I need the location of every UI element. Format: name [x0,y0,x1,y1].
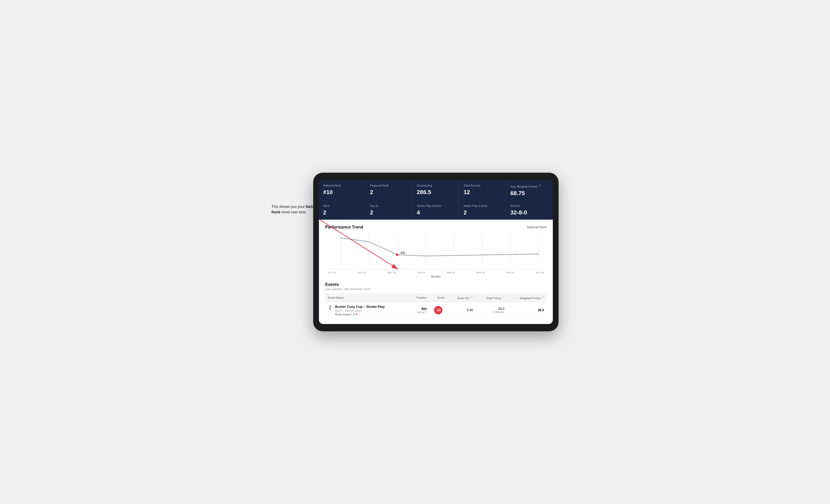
outer-container: This shows you your National Rank trend … [272,173,558,331]
chart-title: Performance Trend [325,225,363,230]
svg-text:#10: #10 [401,251,405,255]
tablet-screen: National Rank #10 Regional Rank 2 Scorin… [319,180,553,324]
events-title: Events [325,282,547,287]
performance-chart: #10 [325,233,547,269]
stat-avg-weighted-points: Avg. Weighted Points ⓘ 68.75 [506,180,553,200]
tablet-frame: National Rank #10 Regional Rank 2 Scorin… [313,173,558,331]
svg-point-10 [396,254,398,256]
chart-label: National Rank [527,225,547,229]
col-event-sg: Event SG ⓘ [447,293,476,302]
stat-stroke-play-events: Stroke Play Events 4 [413,200,459,220]
stat-scoring-avg: Scoring Avg. 286.5 [413,180,459,200]
stats-row-2: Wins 2 Top 3s 2 Stroke Play Events 4 Mat… [319,200,553,220]
event-type-icon: 🏌️ [328,305,333,310]
stat-regional-rank: Regional Rank 2 [366,180,412,200]
chart-svg: #10 [325,233,547,269]
events-section: Events Last updated: 24th November 2023 … [319,282,553,324]
event-sg: 0.45 [447,302,476,318]
chart-title-row: Performance Trend National Rank [325,225,547,230]
stat-record: Record 32-8-0 [506,200,553,220]
event-position: 6th out of 7 [409,302,429,318]
stats-row-1: National Rank #10 Regional Rank 2 Scorin… [319,180,553,200]
col-weighted-points: Weighted Points ⓘ [507,293,547,302]
chart-axis-labels: OCT 23 NOV 23 DEC 23 JAN 24 FEB 24 MAR 2… [325,270,547,274]
chart-x-title: Months [325,275,547,278]
stat-match-play-events: Match Play Events 2 [459,200,506,220]
annotation-text: This shows you your National Rank trend … [272,204,324,215]
events-table: Event Name Position Score Event SG ⓘ Tot… [325,293,547,319]
event-date: Oct 9 – Oct 10, 2023 [335,309,385,312]
event-name: Buster Cozy Cup – Stroke Play [335,305,385,309]
table-row: 🏌️ Buster Cozy Cup – Stroke Play Oct 9 –… [325,302,547,318]
col-total-points: Total Points ⓘ [476,293,507,302]
col-position: Position [409,293,429,302]
event-weighted-points: 28.3 [507,302,547,318]
score-badge: -22 [434,306,442,314]
col-score: Score [429,293,448,302]
event-total-points: 28.3 3 Rounds [476,302,507,318]
event-rank-impact: Rank Impact: 3 ▼ [335,313,385,316]
stat-top3s: Top 3s 2 [366,200,412,220]
rank-impact-arrow: ▼ [355,313,358,316]
stat-total-rounds: Total Rounds 12 [459,180,506,200]
event-score: -22 [429,302,448,318]
stat-wins: Wins 2 [319,200,365,220]
table-header-row: Event Name Position Score Event SG ⓘ Tot… [325,293,547,302]
performance-trend-section: Performance Trend National Rank [319,220,553,278]
event-name-cell: 🏌️ Buster Cozy Cup – Stroke Play Oct 9 –… [325,302,409,318]
col-event-name: Event Name [325,293,409,302]
stat-national-rank: National Rank #10 [319,180,365,200]
events-last-updated: Last updated: 24th November 2023 [325,288,547,291]
